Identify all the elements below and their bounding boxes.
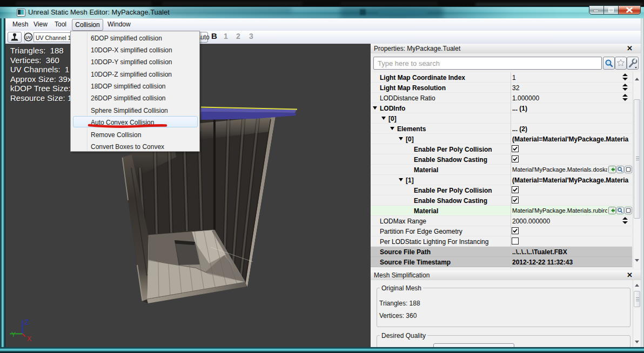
svg-text:X: X xyxy=(27,335,31,343)
svg-text:UV: UV xyxy=(26,36,31,39)
svg-text:Z: Z xyxy=(25,318,29,326)
svg-text:Y: Y xyxy=(11,331,16,338)
